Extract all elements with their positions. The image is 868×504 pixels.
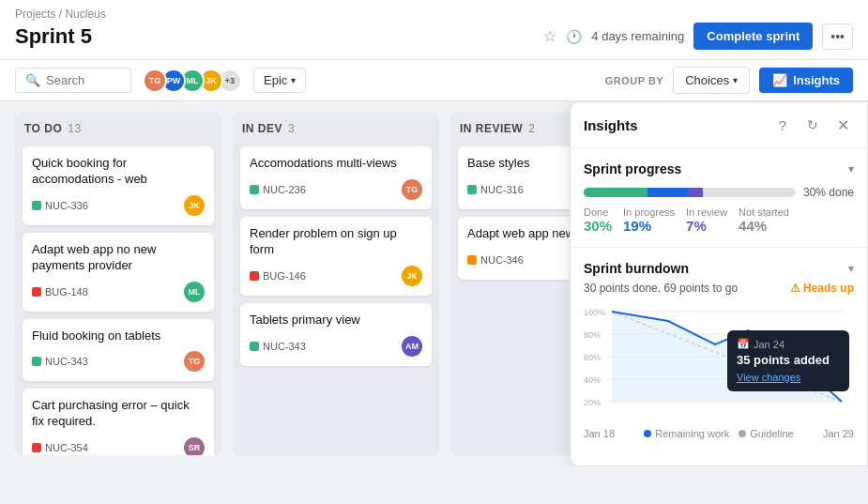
progress-inprogress-bar — [647, 188, 688, 197]
card-title: Accomodations multi-views — [250, 156, 422, 172]
issue-tag: NUC-316 — [480, 184, 524, 195]
more-options-button[interactable]: ••• — [822, 23, 853, 50]
card[interactable]: Cart purchasing error – quick fix requir… — [23, 389, 214, 455]
chart-icon: 📈 — [772, 73, 787, 87]
card-title: Render problem on sign up form — [250, 226, 422, 258]
help-icon-button[interactable]: ? — [771, 114, 794, 136]
issue-tag: NUC-343 — [263, 341, 306, 352]
stat-done: Done 30% — [584, 206, 612, 234]
issue-tag: BUG-148 — [45, 286, 88, 298]
issue-tag: NUC-354 — [45, 442, 88, 453]
stat-inreview: In review 7% — [686, 206, 727, 234]
choices-button[interactable]: Choices ▾ — [673, 67, 750, 94]
card-title: Cart purchasing error – quick fix requir… — [32, 398, 205, 430]
column-todo-count: 13 — [68, 122, 81, 135]
epic-filter-button[interactable]: Epic ▾ — [253, 68, 306, 93]
close-icon-button[interactable]: ✕ — [831, 114, 854, 136]
card-avatar: TG — [184, 351, 205, 372]
legend-dot-blue — [644, 430, 651, 437]
tag-dot-green — [250, 342, 259, 351]
sprint-progress-chevron[interactable]: ▾ — [848, 162, 854, 176]
heads-up-badge: ⚠ Heads up — [790, 282, 854, 295]
tooltip-points: 35 points added — [737, 353, 840, 367]
burndown-tooltip: 📅 Jan 24 35 points added View changes — [727, 330, 849, 391]
search-input[interactable] — [46, 73, 121, 87]
card-title: Adapt web app no new payments provider — [32, 242, 205, 274]
date-start: Jan 18 — [584, 428, 615, 439]
insights-panel-title: Insights — [584, 117, 638, 133]
tag-dot-green — [32, 201, 41, 210]
svg-text:20%: 20% — [584, 398, 601, 407]
insights-panel: Insights ? ↻ ✕ Sprint progress ▾ 30% don… — [570, 101, 868, 466]
svg-text:40%: 40% — [584, 375, 601, 385]
avatar[interactable]: TG — [143, 69, 167, 93]
card-avatar: ML — [184, 282, 205, 302]
chevron-down-icon: ▾ — [291, 75, 296, 85]
card-title: Tablets primary view — [250, 313, 422, 328]
issue-tag: NUC-336 — [45, 200, 88, 211]
card[interactable]: Fluid booking on tablets NUC-343 TG — [23, 319, 214, 382]
tag-dot-orange — [467, 255, 477, 265]
warning-icon: ⚠ — [790, 282, 800, 295]
tag-dot-red — [32, 443, 41, 452]
column-todo: TO DO 13 Quick booking for accomodations… — [15, 113, 221, 455]
tag-dot-green — [467, 185, 477, 194]
svg-text:60%: 60% — [584, 353, 601, 362]
card-title: Fluid booking on tablets — [32, 328, 205, 344]
card[interactable]: Adapt web app no new payments provider B… — [23, 233, 214, 312]
sprint-burndown-chevron[interactable]: ▾ — [848, 262, 854, 275]
card-title: Quick booking for accomodations - web — [32, 156, 205, 188]
sprint-burndown-title: Sprint burndown — [584, 261, 689, 276]
card-avatar: JK — [184, 195, 205, 216]
card-avatar: TG — [402, 179, 422, 200]
days-remaining: 4 days remaining — [591, 29, 684, 43]
issue-tag: BUG-146 — [263, 270, 306, 282]
card[interactable]: Accomodations multi-views NUC-236 TG — [240, 146, 432, 209]
progress-inreview-bar — [688, 188, 703, 197]
search-box[interactable]: 🔍 — [15, 68, 131, 93]
search-icon: 🔍 — [25, 73, 40, 87]
date-end: Jan 29 — [823, 428, 854, 439]
tag-dot-green — [250, 185, 259, 194]
chevron-down-icon: ▾ — [733, 75, 738, 85]
column-indev-count: 3 — [288, 122, 295, 135]
issue-tag: NUC-343 — [45, 356, 88, 367]
overall-done-label: 30% done — [803, 186, 854, 199]
stat-notstarted: Not started 44% — [739, 206, 789, 234]
card[interactable]: Tablets primary view NUC-343 AM — [240, 303, 432, 366]
issue-tag: NUC-346 — [480, 254, 524, 266]
card[interactable]: Render problem on sign up form BUG-146 J… — [240, 217, 432, 296]
star-icon[interactable]: ☆ — [543, 27, 556, 45]
progress-done-bar — [584, 188, 647, 197]
tag-dot-red — [250, 271, 259, 281]
avatar-group: TG PW ML JK +3 — [143, 69, 242, 93]
groupby-label: GROUP BY — [605, 75, 663, 86]
card-avatar: AM — [402, 336, 422, 357]
svg-text:100%: 100% — [584, 308, 605, 317]
tag-dot-green — [32, 357, 41, 366]
tag-dot-red — [32, 287, 41, 297]
breadcrumb: Projects / Nucleus — [15, 8, 853, 21]
refresh-icon-button[interactable]: ↻ — [801, 114, 824, 136]
tooltip-date: Jan 24 — [754, 339, 784, 350]
stat-inprogress: In progress 19% — [623, 206, 675, 234]
tooltip-link[interactable]: View changes — [737, 372, 800, 383]
page-title: Sprint 5 — [15, 24, 92, 49]
clock-icon: 🕐 — [566, 29, 582, 44]
column-inreview-label: IN REVIEW — [460, 122, 523, 135]
svg-text:80%: 80% — [584, 330, 601, 340]
issue-tag: NUC-236 — [263, 184, 306, 195]
complete-sprint-button[interactable]: Complete sprint — [693, 23, 813, 50]
legend-dot-gray — [739, 430, 746, 437]
card-avatar: JK — [402, 266, 422, 286]
card-avatar: SR — [184, 437, 205, 455]
column-inreview-count: 2 — [528, 122, 535, 135]
card[interactable]: Quick booking for accomodations - web NU… — [23, 146, 214, 225]
column-indev-label: IN DEV — [242, 122, 282, 135]
insights-button[interactable]: 📈 Insights — [759, 68, 853, 93]
column-todo-label: TO DO — [24, 122, 62, 135]
sprint-progress-title: Sprint progress — [584, 161, 681, 176]
column-indev: IN DEV 3 Accomodations multi-views NUC-2… — [233, 113, 439, 455]
burndown-subtitle: 30 points done, 69 points to go — [584, 282, 738, 295]
